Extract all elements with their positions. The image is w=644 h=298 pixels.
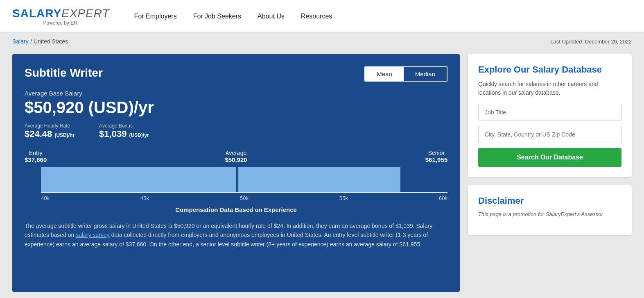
bar-chart: 40k 45k 50k 55k 60k <box>25 167 447 201</box>
bonus-amount: $1,039 <box>99 129 127 139</box>
disclaimer-text: This page is a promotion for SalaryExper… <box>478 210 621 218</box>
job-title: Subtitle Writer <box>25 66 103 80</box>
nav-for-employers[interactable]: For Employers <box>134 13 177 20</box>
breadcrumb-bar: Salary / United States Last Updated: Dec… <box>0 33 644 50</box>
logo-salary: SALARY <box>12 7 61 20</box>
job-title-header: Subtitle Writer Mean Median <box>25 66 447 82</box>
hourly-label: Average Hourly Rate <box>25 123 75 129</box>
salary-info: Average Base Salary $50,920 (USD)/yr Ave… <box>25 90 447 139</box>
explore-title: Explore Our Salary Database <box>478 64 621 75</box>
x-label-55k: 55k <box>339 195 348 201</box>
nav-for-job-seekers[interactable]: For Job Seekers <box>193 13 241 20</box>
senior-label: Senior $61,955 <box>425 150 447 163</box>
explore-description: Quickly search for salaries in other car… <box>478 80 621 97</box>
x-label-60k: 60k <box>439 195 447 201</box>
mean-button[interactable]: Mean <box>365 67 404 81</box>
entry-label: Entry $37,660 <box>25 150 47 163</box>
average-label: Average $50,920 <box>225 150 247 163</box>
search-database-button[interactable]: Search Our Database <box>478 148 621 167</box>
breadcrumb: Salary / United States <box>12 38 68 45</box>
avg-base-label: Average Base Salary <box>25 90 447 97</box>
disclaimer-card: Disclaimer This page is a promotion for … <box>468 185 632 235</box>
location-input[interactable] <box>478 126 621 143</box>
x-label-40k: 40k <box>41 195 50 201</box>
chart-section: Entry $37,660 Average $50,920 Senior $61… <box>25 150 447 213</box>
last-updated: Last Updated: December 20, 2022 <box>550 39 632 45</box>
nav-resources[interactable]: Resources <box>301 13 332 20</box>
bar-entry-to-avg <box>41 167 236 192</box>
breadcrumb-current: United States <box>34 38 68 45</box>
disclaimer-title: Disclaimer <box>478 196 621 206</box>
hourly-unit: (USD)/hr <box>54 132 75 138</box>
x-label-50k: 50k <box>240 195 249 201</box>
right-sidebar: Explore Our Salary Database Quickly sear… <box>468 54 632 292</box>
hourly-value: $24.48 (USD)/hr <box>25 129 75 139</box>
explore-card: Explore Our Salary Database Quickly sear… <box>468 54 632 177</box>
bar-avg-to-senior <box>238 167 400 192</box>
nav-about-us[interactable]: About Us <box>258 13 285 20</box>
main-nav: For Employers For Job Seekers About Us R… <box>134 13 332 20</box>
x-label-45k: 45k <box>140 195 149 201</box>
mean-median-toggle: Mean Median <box>364 66 447 82</box>
bars <box>41 167 447 192</box>
x-axis: 40k 45k 50k 55k 60k <box>41 192 447 201</box>
breadcrumb-salary-link[interactable]: Salary <box>12 38 29 45</box>
bonus-item: Average Bonus $1,039 (USD)/yr <box>99 123 149 139</box>
hourly-amount: $24.48 <box>25 129 52 139</box>
main-container: Subtitle Writer Mean Median Average Base… <box>0 50 644 298</box>
bonus-value: $1,039 (USD)/yr <box>99 129 149 139</box>
header: SALARYEXPERT Powered by ERI For Employer… <box>0 0 644 33</box>
salary-survey-link[interactable]: salary survey <box>76 232 109 238</box>
median-button[interactable]: Median <box>404 67 447 81</box>
chart-labels: Entry $37,660 Average $50,920 Senior $61… <box>25 150 447 163</box>
breadcrumb-separator: / <box>30 38 34 45</box>
job-title-input[interactable] <box>478 104 621 121</box>
avg-salary-value: $50,920 (USD)/yr <box>25 98 447 117</box>
bonus-label: Average Bonus <box>99 123 149 129</box>
hourly-rate-item: Average Hourly Rate $24.48 (USD)/hr <box>25 123 75 139</box>
chart-caption: Compensation Data Based on Experience <box>25 206 447 213</box>
salary-extras: Average Hourly Rate $24.48 (USD)/hr Aver… <box>25 123 447 139</box>
bonus-unit: (USD)/yr <box>129 132 149 138</box>
logo-powered: Powered by ERI <box>12 20 110 26</box>
description: The average subtitle writer gross salary… <box>25 221 447 249</box>
logo-expert: EXPERT <box>61 7 110 20</box>
logo: SALARYEXPERT <box>12 7 110 20</box>
logo-area: SALARYEXPERT Powered by ERI <box>12 7 110 26</box>
salary-panel: Subtitle Writer Mean Median Average Base… <box>12 54 460 292</box>
